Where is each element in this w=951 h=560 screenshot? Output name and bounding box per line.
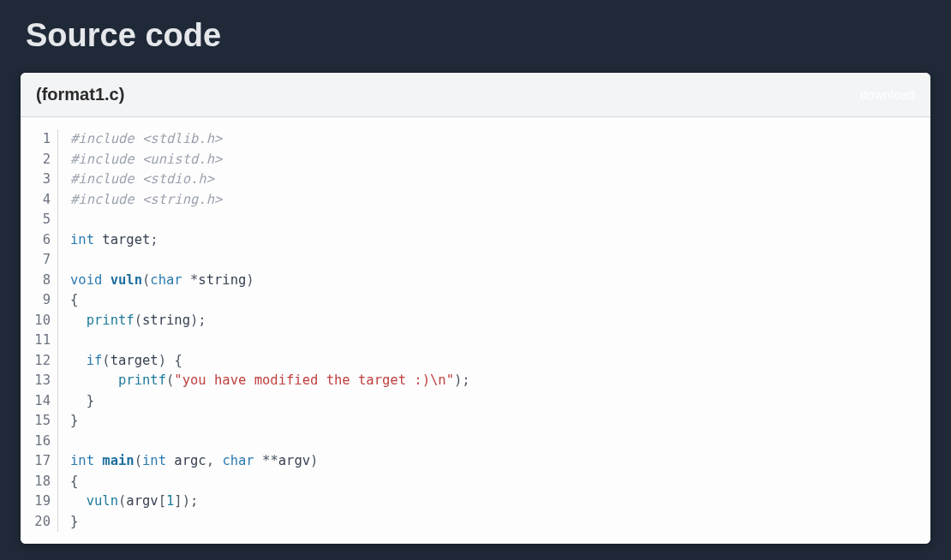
line-number: 15 <box>21 411 51 432</box>
code-line: printf("you have modified the target :)\… <box>70 371 470 391</box>
filename-label: (format1.c) <box>36 85 124 104</box>
line-number: 17 <box>21 451 51 472</box>
line-number: 7 <box>21 250 51 271</box>
line-number: 9 <box>21 290 51 311</box>
code-line <box>70 250 470 271</box>
code-line: } <box>70 411 470 432</box>
code-line <box>70 210 470 230</box>
line-number: 2 <box>21 150 51 170</box>
code-line: vuln(argv[1]); <box>70 491 470 512</box>
code-line: { <box>70 290 470 311</box>
line-number: 1 <box>21 129 51 150</box>
line-number: 4 <box>21 190 51 211</box>
code-line: #include <string.h> <box>70 190 470 211</box>
card-header: (format1.c) download <box>21 73 930 117</box>
code-line: int main(int argc, char **argv) <box>70 451 470 472</box>
line-number: 8 <box>21 271 51 291</box>
line-number: 5 <box>21 210 51 230</box>
line-number: 3 <box>21 170 51 190</box>
download-link[interactable]: download <box>860 87 915 102</box>
line-number: 19 <box>21 491 51 512</box>
code-lines: #include <stdlib.h>#include <unistd.h>#i… <box>58 129 470 532</box>
line-number: 14 <box>21 391 51 412</box>
code-line <box>70 432 470 452</box>
line-number: 6 <box>21 230 51 251</box>
code-line: } <box>70 512 470 533</box>
code-body: 1234567891011121314151617181920 #include… <box>21 117 930 544</box>
code-line: #include <stdlib.h> <box>70 129 470 150</box>
code-line: void vuln(char *string) <box>70 271 470 291</box>
line-number-gutter: 1234567891011121314151617181920 <box>21 129 58 532</box>
page-title: Source code <box>0 0 951 63</box>
code-line <box>70 331 470 351</box>
code-line: int target; <box>70 230 470 251</box>
source-code-card: (format1.c) download 1234567891011121314… <box>21 73 930 544</box>
code-line: printf(string); <box>70 311 470 331</box>
code-line: } <box>70 391 470 412</box>
line-number: 12 <box>21 351 51 372</box>
code-line: { <box>70 472 470 492</box>
line-number: 13 <box>21 371 51 391</box>
line-number: 16 <box>21 432 51 452</box>
code-line: if(target) { <box>70 351 470 372</box>
code-line: #include <stdio.h> <box>70 170 470 190</box>
code-line: #include <unistd.h> <box>70 150 470 170</box>
line-number: 10 <box>21 311 51 331</box>
line-number: 18 <box>21 472 51 492</box>
line-number: 11 <box>21 331 51 351</box>
line-number: 20 <box>21 512 51 533</box>
